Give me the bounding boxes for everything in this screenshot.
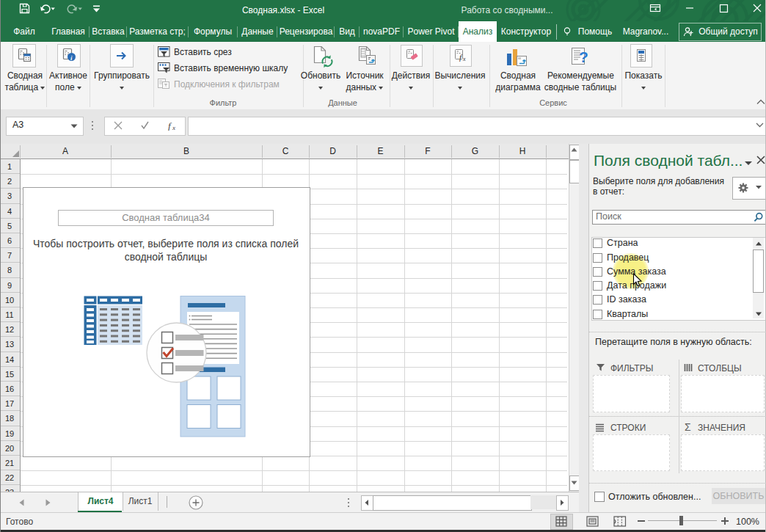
svg-text:x: x <box>172 124 175 131</box>
svg-text:x: x <box>462 56 466 62</box>
svg-text:?: ? <box>579 48 588 65</box>
